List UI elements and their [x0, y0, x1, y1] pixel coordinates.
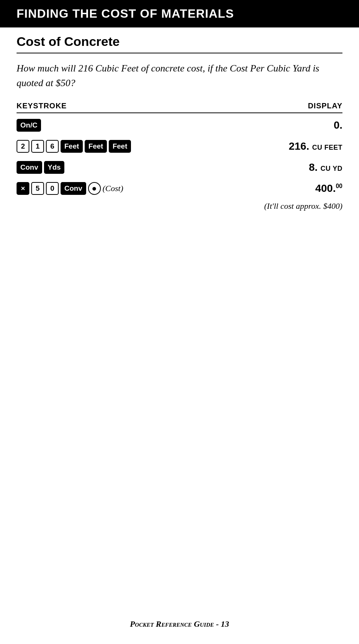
key-6[interactable]: 6: [46, 140, 59, 153]
key-5[interactable]: 5: [31, 182, 44, 195]
footer-label: Pocket Reference Guide: [130, 619, 214, 629]
col-keystroke-header: KEYSTROKE: [17, 102, 67, 110]
problem-text: How much will 216 Cubic Feet of concrete…: [17, 61, 342, 90]
table-row: 2 1 6 Feet Feet Feet 216. CU FEET: [17, 138, 342, 155]
key-conv-2[interactable]: Conv: [61, 182, 86, 195]
display-superscript: 00: [336, 183, 342, 189]
section-title: Cost of Concrete: [17, 27, 342, 53]
footer-text: Pocket Reference Guide - 13: [130, 619, 229, 629]
content-area: Cost of Concrete How much will 216 Cubic…: [0, 27, 359, 211]
table-header: KEYSTROKE DISPLAY: [17, 102, 342, 113]
display-cell: 8. CU YD: [260, 161, 342, 173]
key-conv[interactable]: Conv: [17, 161, 42, 174]
footer: Pocket Reference Guide - 13: [0, 619, 359, 629]
page-container: FINDING THE COST OF MATERIALS Cost of Co…: [0, 0, 359, 644]
display-cell: 400.00: [260, 182, 342, 194]
display-cell: 0.: [260, 119, 342, 131]
key-dot[interactable]: ●: [88, 182, 101, 195]
keystroke-cell: Conv Yds: [17, 161, 260, 174]
key-feet-2[interactable]: Feet: [85, 140, 107, 153]
display-cell: 216. CU FEET: [260, 140, 342, 152]
keystroke-cell: 2 1 6 Feet Feet Feet: [17, 140, 260, 153]
col-display-header: DISPLAY: [308, 102, 342, 110]
table-row: × 5 0 Conv ● (Cost) 400.00: [17, 180, 342, 197]
display-unit: CU YD: [321, 165, 342, 172]
cost-label: (Cost): [103, 184, 123, 193]
header-banner: FINDING THE COST OF MATERIALS: [0, 0, 359, 27]
key-multiply[interactable]: ×: [17, 182, 29, 195]
key-yds[interactable]: Yds: [44, 161, 65, 174]
keystroke-cell: × 5 0 Conv ● (Cost): [17, 182, 260, 195]
sub-note: (It'll cost approx. $400): [17, 201, 342, 211]
table-row: On/C 0.: [17, 117, 342, 134]
key-feet-3[interactable]: Feet: [109, 140, 131, 153]
key-1[interactable]: 1: [31, 140, 44, 153]
key-onc[interactable]: On/C: [17, 119, 41, 132]
table-row: Conv Yds 8. CU YD: [17, 159, 342, 176]
display-unit: CU FEET: [312, 144, 342, 151]
keystroke-cell: On/C: [17, 119, 260, 132]
key-feet-1[interactable]: Feet: [61, 140, 83, 153]
key-2[interactable]: 2: [17, 140, 29, 153]
header-title: FINDING THE COST OF MATERIALS: [17, 7, 234, 20]
key-0[interactable]: 0: [46, 182, 59, 195]
